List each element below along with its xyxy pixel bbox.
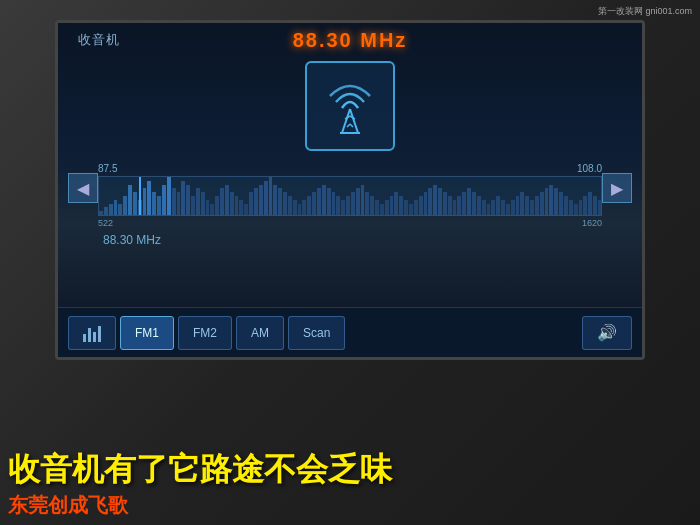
spectrum-wave <box>99 177 601 215</box>
radio-screen: 收音机 88.30 MHz <box>55 20 645 360</box>
spectrum-sig-bar <box>220 188 224 215</box>
spectrum-sig-bar <box>593 196 597 215</box>
spectrum-sig-bar <box>327 188 331 215</box>
spectrum-labels: 87.5 108.0 <box>98 163 602 174</box>
scan-button[interactable]: Scan <box>288 316 345 350</box>
main-overlay-text: 收音机有了它路途不会乏味 <box>0 450 700 488</box>
spectrum-sig-bar <box>133 192 137 215</box>
am-button[interactable]: AM <box>236 316 284 350</box>
spectrum-sig-bar <box>409 204 413 215</box>
volume-button[interactable]: 🔊 <box>582 316 632 350</box>
spectrum-sig-bar <box>167 177 171 215</box>
frequency-marker <box>139 177 141 215</box>
sub-right-label: 1620 <box>582 218 602 228</box>
control-bar: FM1 FM2 AM Scan 🔊 <box>58 307 642 357</box>
spectrum-sig-bar <box>419 196 423 215</box>
spectrum-sig-bar <box>448 196 452 215</box>
spectrum-sig-bar <box>390 196 394 215</box>
spectrum-sig-bar <box>598 200 602 215</box>
spectrum-sig-bar <box>118 204 122 215</box>
spectrum-sig-bar <box>361 185 365 215</box>
spectrum-sig-bar <box>467 188 471 215</box>
freq-high-label: 108.0 <box>577 163 602 174</box>
sub-labels: 522 1620 <box>98 218 602 228</box>
spectrum-sig-bar <box>239 200 243 215</box>
volume-icon: 🔊 <box>597 323 617 342</box>
spectrum-sig-bar <box>177 192 181 215</box>
spectrum-sig-bar <box>574 204 578 215</box>
spectrum-sig-bar <box>482 200 486 215</box>
spectrum-sig-bar <box>181 181 185 215</box>
overlay-text-area: 收音机有了它路途不会乏味 东莞创成飞歌 <box>0 410 700 525</box>
tower-icon-area <box>305 61 395 151</box>
sub-left-label: 522 <box>98 218 113 228</box>
spectrum-sig-bar <box>147 181 151 215</box>
spectrum-sig-bar <box>273 185 277 215</box>
spectrum-sig-bar <box>312 192 316 215</box>
spectrum-sig-bar <box>341 200 345 215</box>
freq-low-label: 87.5 <box>98 163 117 174</box>
spectrum-sig-bar <box>569 200 573 215</box>
spectrum-sig-bar <box>351 192 355 215</box>
spectrum-sig-bar <box>511 200 515 215</box>
spectrum-sig-bar <box>322 185 326 215</box>
spectrum-sig-bar <box>564 196 568 215</box>
eq-button[interactable] <box>68 316 116 350</box>
spectrum-sig-bar <box>123 196 127 215</box>
spectrum-sig-bar <box>109 204 113 215</box>
radio-label: 收音机 <box>78 31 120 49</box>
eq-bar-3 <box>93 332 96 342</box>
spectrum-sig-bar <box>114 200 118 215</box>
spectrum-sig-bar <box>525 196 529 215</box>
spectrum-sig-bar <box>259 185 263 215</box>
spectrum-sig-bar <box>264 181 268 215</box>
watermark: 第一改装网 gni001.com <box>598 5 692 18</box>
spectrum-sig-bar <box>225 185 229 215</box>
spectrum-sig-bar <box>336 196 340 215</box>
spectrum-sig-bar <box>404 200 408 215</box>
spectrum-sig-bar <box>554 188 558 215</box>
spectrum-sig-bar <box>579 200 583 215</box>
spectrum-sig-bar <box>235 196 239 215</box>
spectrum-sig-bar <box>201 192 205 215</box>
spectrum-sig-bar <box>332 192 336 215</box>
spectrum-sig-bar <box>99 211 103 215</box>
spectrum-sig-bar <box>496 196 500 215</box>
spectrum-sig-bar <box>443 192 447 215</box>
fm1-button[interactable]: FM1 <box>120 316 174 350</box>
next-button[interactable]: ▶ <box>602 173 632 203</box>
spectrum-sig-bar <box>370 196 374 215</box>
spectrum-sig-bar <box>385 200 389 215</box>
spectrum-area: 87.5 108.0 522 1620 <box>98 163 602 223</box>
spectrum-sig-bar <box>394 192 398 215</box>
spectrum-sig-bar <box>157 196 161 215</box>
eq-bar-2 <box>88 328 91 342</box>
spectrum-sig-bar <box>356 188 360 215</box>
prev-button[interactable]: ◀ <box>68 173 98 203</box>
spectrum-sig-bar <box>152 192 156 215</box>
spectrum-sig-bar <box>230 192 234 215</box>
spectrum-sig-bar <box>143 188 147 215</box>
svg-line-4 <box>347 124 350 127</box>
next-icon: ▶ <box>611 179 623 198</box>
spectrum-sig-bar <box>346 196 350 215</box>
frequency-display: 88.30 MHz <box>293 29 408 52</box>
fm2-button[interactable]: FM2 <box>178 316 232 350</box>
spectrum-sig-bar <box>501 200 505 215</box>
spectrum-sig-bar <box>375 200 379 215</box>
spectrum-sig-bar <box>506 204 510 215</box>
spectrum-sig-bar <box>365 192 369 215</box>
outer-frame: 第一改装网 gni001.com 收音机 88.30 MHz <box>0 0 700 525</box>
spectrum-sig-bar <box>307 196 311 215</box>
spectrum-sig-bar <box>588 192 592 215</box>
spectrum-sig-bar <box>380 204 384 215</box>
spectrum-sig-bar <box>549 185 553 215</box>
spectrum-sig-bar <box>215 196 219 215</box>
eq-icon <box>83 324 101 342</box>
spectrum-sig-bar <box>298 204 302 215</box>
spectrum-sig-bar <box>540 192 544 215</box>
spectrum-sig-bar <box>545 188 549 215</box>
prev-icon: ◀ <box>77 179 89 198</box>
spectrum-sig-bar <box>244 204 248 215</box>
spectrum-sig-bar <box>487 204 491 215</box>
